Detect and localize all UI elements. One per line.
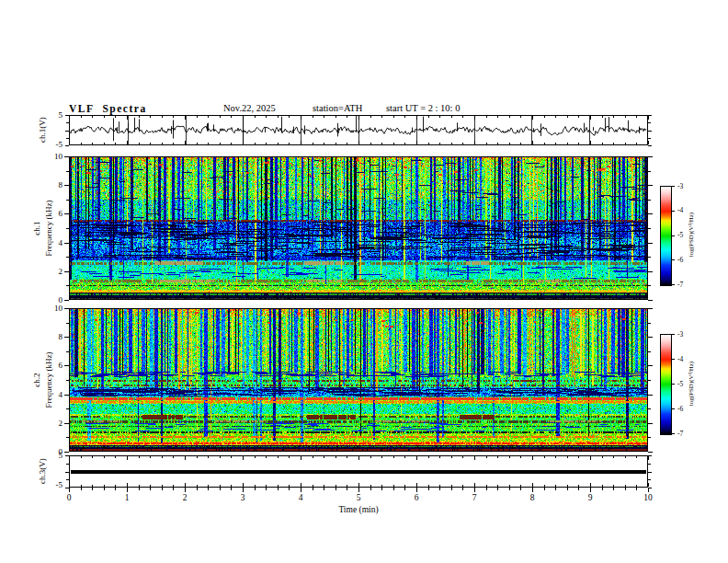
axis-tick <box>64 365 69 366</box>
spec2-ytick: 2 <box>46 419 63 428</box>
axis-tick <box>139 485 140 487</box>
axis-tick <box>636 116 637 118</box>
axis-tick <box>439 116 440 118</box>
axis-tick <box>81 485 82 487</box>
header-date: Nov.22, 2025 <box>223 103 276 113</box>
axis-tick <box>486 485 487 487</box>
axis-tick <box>590 456 591 460</box>
axis-tick <box>66 257 69 258</box>
axis-tick <box>381 485 382 487</box>
axis-tick <box>520 456 521 458</box>
axis-tick <box>173 488 174 490</box>
axis-tick <box>567 485 568 487</box>
axis-tick <box>150 485 151 487</box>
axis-tick <box>336 116 336 118</box>
axis-tick <box>648 138 651 139</box>
axis-tick <box>127 141 128 144</box>
axis-tick <box>451 485 452 487</box>
axis-tick <box>197 485 198 487</box>
axis-tick <box>648 437 651 438</box>
colorbar-tick-label: -4 <box>677 206 683 214</box>
axis-tick <box>66 285 69 286</box>
axis-tick <box>567 116 568 118</box>
axis-tick <box>613 143 614 144</box>
axis-tick <box>231 116 232 118</box>
axis-tick <box>648 395 653 396</box>
axis-tick <box>404 488 405 490</box>
axis-tick <box>301 141 301 144</box>
spec1-ytick: 8 <box>46 180 63 190</box>
axis-tick <box>648 423 653 424</box>
axis-tick <box>64 271 69 272</box>
vlf-spectra-figure: VLF Spectra Nov.22, 2025 station=ATH sta… <box>0 0 728 563</box>
axis-tick <box>66 380 69 381</box>
axis-tick <box>208 143 209 144</box>
axis-tick <box>92 116 93 118</box>
axis-tick <box>648 351 651 352</box>
spec2-channel-label: ch.2 <box>32 373 41 386</box>
axis-tick <box>648 271 653 272</box>
axis-tick <box>336 143 336 144</box>
axis-tick <box>173 143 174 144</box>
axis-tick <box>255 488 256 490</box>
axis-tick <box>648 308 653 309</box>
axis-tick <box>613 456 614 458</box>
axis-tick <box>648 228 651 229</box>
axis-tick <box>324 456 324 458</box>
axis-tick <box>66 323 69 324</box>
header-start-ut: start UT = 2 : 10: 0 <box>386 103 460 113</box>
axis-tick <box>208 456 209 458</box>
axis-tick <box>162 488 163 490</box>
ch2-spectrogram-canvas <box>70 309 647 451</box>
axis-tick <box>104 488 105 490</box>
axis-tick <box>127 456 128 460</box>
colorbar-tick-label: -6 <box>677 256 683 264</box>
axis-tick <box>671 259 675 260</box>
axis-tick <box>127 116 128 120</box>
axis-tick <box>173 456 174 458</box>
axis-tick <box>81 143 82 144</box>
axis-tick <box>462 485 463 487</box>
axis-tick <box>139 456 140 458</box>
axis-tick <box>532 488 533 492</box>
axis-tick <box>428 488 429 490</box>
ch1-wave-axis-label: ch.1(V) <box>38 117 47 143</box>
axis-tick <box>509 488 510 490</box>
colorbar-tick-label: -6 <box>677 405 683 413</box>
axis-tick <box>462 456 463 458</box>
axis-tick <box>416 483 417 487</box>
axis-tick <box>301 116 301 120</box>
axis-tick <box>474 456 475 460</box>
axis-tick <box>578 456 579 458</box>
axis-tick <box>220 456 221 458</box>
axis-tick <box>255 485 256 487</box>
axis-tick <box>162 116 163 118</box>
axis-tick <box>416 141 417 144</box>
axis-tick <box>404 485 405 487</box>
axis-tick <box>162 143 163 144</box>
colorbar-2 <box>660 334 672 435</box>
axis-tick <box>173 485 174 487</box>
axis-tick <box>104 143 105 144</box>
axis-tick <box>115 116 116 118</box>
axis-tick <box>474 141 475 144</box>
axis-tick <box>451 488 452 490</box>
axis-tick <box>578 143 579 144</box>
axis-tick <box>416 116 417 120</box>
xtick-label: 4 <box>290 493 311 502</box>
axis-tick <box>648 131 652 132</box>
colorbar-tick-label: -7 <box>677 281 683 289</box>
axis-tick <box>439 456 440 458</box>
axis-tick <box>313 488 313 490</box>
axis-tick <box>289 488 290 490</box>
axis-tick <box>648 116 649 120</box>
axis-tick <box>65 455 69 456</box>
axis-tick <box>66 408 69 409</box>
axis-tick <box>648 380 651 381</box>
axis-tick <box>625 116 626 118</box>
axis-tick <box>185 116 186 120</box>
axis-tick <box>555 456 556 458</box>
axis-tick <box>243 488 244 492</box>
axis-tick <box>347 116 347 118</box>
axis-tick <box>69 483 70 487</box>
